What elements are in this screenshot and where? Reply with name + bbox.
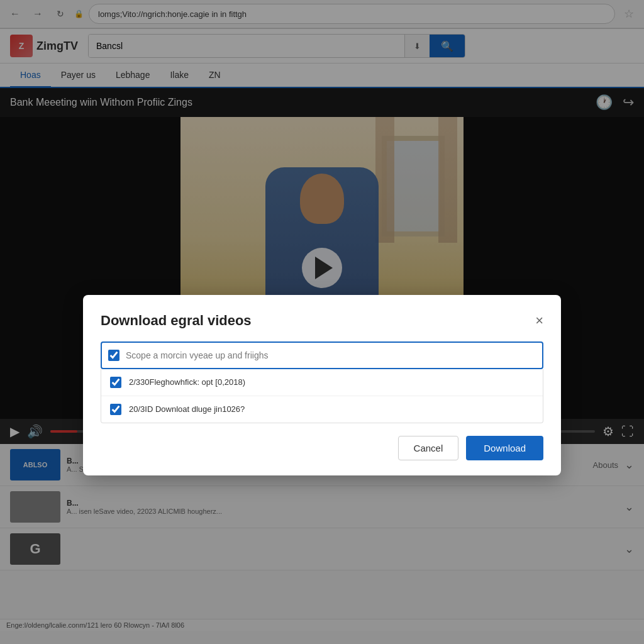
modal-main-checkbox[interactable]	[108, 350, 119, 361]
cancel-button[interactable]: Cancel	[398, 436, 459, 460]
modal-option-2[interactable]: 20/3ID Downloat dluge jin1026?	[101, 396, 543, 423]
option-1-label: 2/330Fleghowhfick: opt [0,2018)	[129, 377, 245, 387]
modal-title: Download egral videos	[101, 313, 252, 329]
download-modal: Download egral videos × 2/330Fleghowhfic…	[83, 295, 561, 475]
modal-close-button[interactable]: ×	[535, 314, 543, 328]
modal-dropdown-list: 2/330Fleghowhfick: opt [0,2018) 20/3ID D…	[101, 369, 543, 423]
option-2-label: 20/3ID Downloat dluge jin1026?	[129, 404, 245, 414]
download-button[interactable]: Download	[466, 436, 543, 460]
option-2-checkbox[interactable]	[110, 404, 121, 415]
modal-search-input[interactable]	[101, 341, 543, 369]
modal-input-wrapper	[101, 341, 543, 369]
modal-option-1[interactable]: 2/330Fleghowhfick: opt [0,2018)	[101, 369, 543, 396]
modal-overlay[interactable]: Download egral videos × 2/330Fleghowhfic…	[0, 0, 644, 644]
option-1-checkbox[interactable]	[110, 377, 121, 388]
modal-header: Download egral videos ×	[101, 313, 543, 329]
modal-footer: Cancel Download	[101, 436, 543, 460]
